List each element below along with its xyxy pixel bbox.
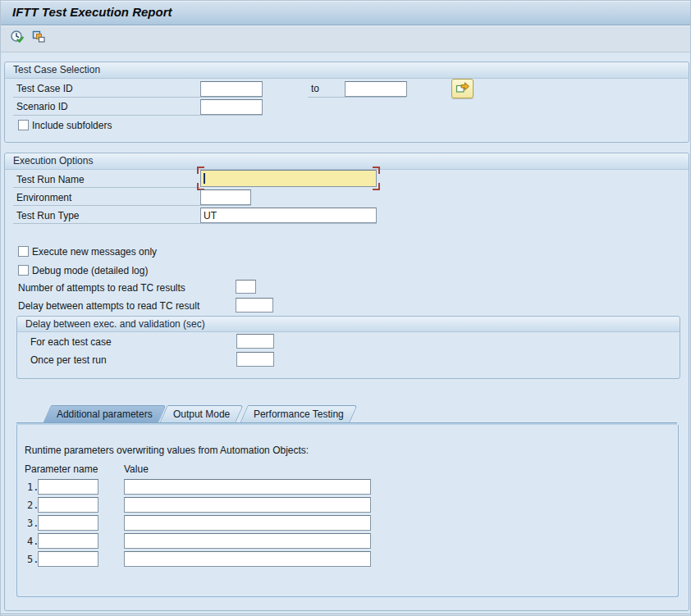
get-variant-icon [31, 30, 47, 48]
test-case-id-input[interactable] [200, 81, 263, 97]
debug-mode-checkbox[interactable] [18, 265, 29, 276]
once-per-test-run-input[interactable] [236, 352, 274, 367]
group-test-case-selection: Test Case Selection Test Case ID to Scen… [4, 62, 689, 143]
environment-label: Environment [16, 192, 71, 203]
group-header: Execution Options [5, 153, 689, 170]
execute-new-messages-label: Execute new messages only [32, 246, 157, 258]
test-case-id-label: Test Case ID [16, 83, 73, 94]
row-divider [13, 205, 251, 206]
parameter-value-input-3[interactable] [124, 515, 371, 531]
test-case-id-to-input[interactable] [345, 81, 407, 97]
multiple-selection-icon [455, 80, 470, 97]
row-divider [13, 97, 263, 98]
parameter-value-input-4[interactable] [124, 533, 371, 549]
group-header: Test Case Selection [5, 62, 689, 79]
tab-additional-parameters[interactable]: Additional parameters [43, 405, 167, 423]
for-each-test-case-input[interactable] [236, 334, 274, 349]
tab-output-mode[interactable]: Output Mode [159, 405, 244, 423]
row-divider [13, 115, 263, 116]
test-run-name-label: Test Run Name [16, 174, 85, 185]
parameter-name-input-5[interactable] [38, 551, 98, 567]
runtime-parameters-description: Runtime parameters overwriting values fr… [25, 445, 309, 456]
parameter-name-input-3[interactable] [38, 515, 98, 531]
debug-mode-label: Debug mode (detailed log) [32, 265, 148, 276]
include-subfolders-label: Include subfolders [32, 120, 112, 131]
test-run-name-input[interactable] [200, 170, 377, 187]
execute-icon [10, 30, 25, 48]
environment-input[interactable] [200, 189, 251, 205]
test-run-name-focus-frame [200, 170, 377, 187]
group-title: Test Case Selection [13, 64, 100, 75]
application-toolbar [1, 25, 691, 52]
row-divider [13, 223, 377, 224]
row-divider [308, 97, 406, 98]
group-header: Delay between exec. and validation (sec) [17, 317, 680, 332]
value-header: Value [124, 463, 149, 475]
once-per-test-run-label: Once per test run [30, 354, 107, 366]
tab-label: Output Mode [164, 406, 239, 422]
sap-window: IFTT Test Execution Report [0, 0, 691, 616]
focus-corner [373, 183, 380, 190]
tab-label: Additional parameters [48, 406, 162, 422]
focus-corner [373, 167, 380, 174]
page-title: IFTT Test Execution Report [12, 5, 172, 19]
parameter-value-input-2[interactable] [124, 497, 371, 513]
attempts-input[interactable] [236, 280, 256, 294]
multiple-selection-button[interactable] [451, 79, 474, 98]
parameter-name-input-2[interactable] [38, 497, 98, 513]
parameter-value-input-1[interactable] [124, 479, 371, 495]
include-subfolders-checkbox[interactable] [18, 120, 29, 130]
focus-corner [197, 167, 204, 174]
parameter-name-header: Parameter name [25, 463, 98, 475]
scenario-id-label: Scenario ID [16, 101, 68, 112]
test-run-type-input[interactable] [200, 208, 377, 223]
execute-button[interactable] [7, 29, 27, 48]
to-label: to [311, 83, 319, 94]
group-title: Execution Options [13, 155, 93, 167]
delay-attempts-label: Delay between attempts to read TC result [18, 300, 199, 312]
scenario-id-input[interactable] [200, 99, 263, 115]
for-each-test-case-label: For each test case [30, 336, 112, 348]
attempts-label: Number of attempts to read TC results [18, 282, 185, 294]
row-divider [13, 187, 200, 188]
delay-attempts-input[interactable] [236, 298, 273, 313]
tab-panel-additional-parameters: Runtime parameters overwriting values fr… [16, 425, 679, 597]
parameter-value-input-5[interactable] [124, 551, 371, 567]
title-bar: IFTT Test Execution Report [1, 1, 691, 25]
group-delay-validation: Delay between exec. and validation (sec)… [16, 316, 680, 379]
parameter-name-input-1[interactable] [38, 479, 98, 495]
parameter-name-input-4[interactable] [38, 533, 98, 549]
test-run-type-label: Test Run Type [16, 210, 80, 221]
execute-new-messages-checkbox[interactable] [18, 246, 29, 257]
group-execution-options: Execution Options Test Run Name Environm… [4, 153, 689, 611]
tab-label: Performance Testing [245, 406, 353, 422]
get-variant-button[interactable] [29, 29, 48, 48]
tab-performance-testing[interactable]: Performance Testing [240, 405, 358, 423]
group-title: Delay between exec. and validation (sec) [25, 318, 205, 330]
